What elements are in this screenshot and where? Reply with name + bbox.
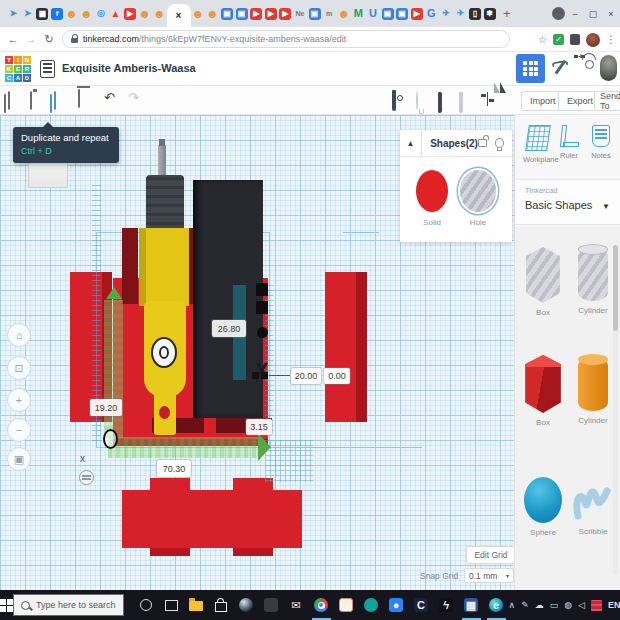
- bolt-app-icon[interactable]: ϟ: [434, 590, 459, 620]
- tab-youtube[interactable]: ▶: [123, 0, 138, 27]
- hidden-bulb-icon[interactable]: [416, 92, 418, 110]
- tab-blue-app[interactable]: ▣: [220, 0, 235, 27]
- pen-icon[interactable]: ✎: [521, 600, 529, 610]
- app-f-icon[interactable]: F: [334, 590, 359, 620]
- meet-icon[interactable]: ●: [384, 590, 409, 620]
- gallery-scribble[interactable]: Scribble: [568, 479, 618, 536]
- tab-classroom-person[interactable]: ☻: [205, 0, 220, 27]
- model-yellow-box[interactable]: [139, 228, 189, 306]
- dimension-offset-input[interactable]: 20.00: [291, 368, 321, 384]
- shape-category-dropdown[interactable]: Tinkercad Basic Shapes ▼: [515, 179, 620, 225]
- tab-tinkercad-active[interactable]: ×: [167, 4, 191, 27]
- account-avatar[interactable]: [600, 55, 617, 81]
- app-c-icon[interactable]: C: [409, 590, 434, 620]
- tab-pointer[interactable]: ➤: [6, 0, 21, 27]
- tab-blue-app[interactable]: ▣: [307, 0, 322, 27]
- tab-classroom-person[interactable]: ☻: [79, 0, 94, 27]
- gallery-hole-cylinder[interactable]: Cylinder: [568, 247, 618, 315]
- horizontal-measure-band[interactable]: [108, 437, 260, 458]
- undo-button[interactable]: ↶: [104, 90, 115, 105]
- zoom-out-button[interactable]: −: [7, 418, 31, 442]
- group-button[interactable]: [438, 94, 442, 112]
- tab-classroom-person[interactable]: ☻: [152, 0, 167, 27]
- dimension-depth-input[interactable]: 19.20: [90, 399, 122, 416]
- design-title[interactable]: Exquisite Amberis-Waasa: [62, 62, 196, 74]
- send-to-button[interactable]: Send To: [594, 91, 620, 111]
- new-tab-button[interactable]: +: [503, 6, 511, 21]
- tab-classroom-person[interactable]: ☻: [191, 0, 206, 27]
- tab-classroom-person[interactable]: ☻: [137, 0, 152, 27]
- reload-button[interactable]: ↻: [40, 33, 58, 46]
- chrome-icon[interactable]: [309, 590, 334, 620]
- gallery-sphere[interactable]: Sphere: [518, 477, 568, 537]
- show-all-shape-icon[interactable]: [392, 92, 396, 110]
- model-black-box[interactable]: [193, 180, 263, 418]
- design-menu-icon[interactable]: [40, 60, 55, 78]
- network-icon[interactable]: ◍: [564, 600, 572, 610]
- move-handle[interactable]: [79, 470, 94, 485]
- window-minimize-button[interactable]: –: [566, 0, 584, 27]
- scale-handle[interactable]: [261, 372, 268, 379]
- duplicate-button[interactable]: [54, 92, 56, 110]
- tab-lightblue-app[interactable]: ✈: [453, 0, 468, 27]
- zoom-in-button[interactable]: +: [7, 388, 31, 412]
- tray-expand-icon[interactable]: ∧: [509, 600, 516, 610]
- ungroup-button[interactable]: [459, 94, 463, 112]
- model-right-red-panel[interactable]: [325, 272, 367, 422]
- browser-profile-icon[interactable]: [552, 7, 565, 20]
- onedrive-icon[interactable]: ☁: [535, 600, 544, 610]
- gallery-red-box[interactable]: Box: [518, 355, 568, 427]
- url-field[interactable]: tinkercad.com/things/6kEpW7fENvY-exquisi…: [62, 30, 510, 48]
- tab-dark-phone[interactable]: ▯: [468, 0, 483, 27]
- redo-button[interactable]: ↷: [128, 90, 139, 105]
- cortana-icon[interactable]: [134, 590, 159, 620]
- workplane-tool[interactable]: Workplane: [523, 125, 553, 164]
- window-maximize-button[interactable]: ▢: [584, 0, 602, 27]
- solid-swatch[interactable]: [416, 170, 448, 212]
- file-explorer-icon[interactable]: [184, 590, 209, 620]
- tab-youtube[interactable]: ▶: [249, 0, 264, 27]
- copy-button[interactable]: [8, 92, 10, 110]
- forward-button[interactable]: →: [22, 33, 40, 45]
- back-button[interactable]: ←: [4, 33, 22, 45]
- tab-office-grid[interactable]: ▦: [35, 0, 50, 27]
- task-view-icon[interactable]: [159, 590, 184, 620]
- snap-grid-dropdown[interactable]: 0.1 mm▾: [464, 568, 514, 583]
- volume-icon[interactable]: ◁: [578, 600, 585, 610]
- taskbar-search-input[interactable]: Type here to search: [13, 594, 124, 616]
- paste-button[interactable]: [30, 92, 32, 110]
- model-gray-cylinder[interactable]: [146, 175, 184, 231]
- tab-blue-app[interactable]: ▣: [234, 0, 249, 27]
- tab-green-m[interactable]: M: [351, 0, 366, 27]
- tab-youtube[interactable]: ▶: [409, 0, 424, 27]
- tab-facebook[interactable]: f: [50, 0, 65, 27]
- extension-dark-icon[interactable]: [570, 34, 580, 45]
- origin-handle[interactable]: [103, 429, 118, 449]
- tab-youtube[interactable]: ▶: [264, 0, 279, 27]
- bulb-icon[interactable]: [495, 138, 504, 148]
- collapse-panel-button[interactable]: ▲: [400, 130, 422, 156]
- tray-red-app-icon[interactable]: [591, 600, 602, 611]
- tab-dark-app[interactable]: ✱: [482, 0, 497, 27]
- gallery-hole-box[interactable]: Box: [518, 247, 568, 317]
- tab-drive-a[interactable]: ▲: [108, 0, 123, 27]
- tab-circle-app[interactable]: ◎: [94, 0, 109, 27]
- tab-google-g[interactable]: G: [424, 0, 439, 27]
- store-icon[interactable]: [209, 590, 234, 620]
- browser-avatar[interactable]: [586, 33, 600, 47]
- tab-classroom-person[interactable]: ☻: [64, 0, 79, 27]
- tab-youtube[interactable]: ▶: [278, 0, 293, 27]
- lock-icon[interactable]: [478, 139, 487, 147]
- tinkercad-logo[interactable]: TINKERCAD: [5, 56, 31, 82]
- mail-icon[interactable]: ✉: [284, 590, 309, 620]
- dimension-width-input[interactable]: 70.30: [157, 460, 191, 477]
- gallery-orange-cylinder[interactable]: Cylinder: [568, 357, 618, 425]
- dimension-gap-input[interactable]: 3.15: [246, 419, 272, 435]
- workplane-view-button[interactable]: ▣: [7, 447, 31, 471]
- tab-lightblue-app[interactable]: ✈: [439, 0, 454, 27]
- start-button[interactable]: [0, 590, 13, 620]
- fit-view-button[interactable]: ⊡: [7, 356, 31, 380]
- edit-grid-button[interactable]: Edit Grid: [466, 546, 516, 564]
- office-app-icon[interactable]: ▦: [459, 590, 484, 620]
- scale-handle[interactable]: [252, 372, 259, 379]
